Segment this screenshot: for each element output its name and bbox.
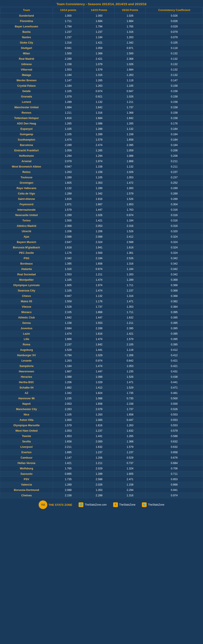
table-row: Nice1.1051.2631.6580.553: [0, 412, 203, 418]
cell-64-1: 1.263: [53, 358, 84, 364]
cell-52-2: 1.132: [84, 294, 114, 299]
twitter-link[interactable]: 🐦 TheStatsZone: [142, 502, 164, 507]
cell-61-3: 2.105: [114, 342, 145, 347]
cell-45-2: 2.184: [84, 256, 114, 261]
website-link[interactable]: 🌐 TheStatsZone.com: [79, 502, 106, 507]
table-row: Sampdoria1.1841.4741.0530.421: [0, 364, 203, 369]
team-name: Hannover 96: [0, 396, 53, 401]
cell-64-4: 0.421: [146, 358, 203, 364]
cell-74-2: 1.263: [84, 412, 114, 418]
facebook-text: TheStatsZone: [119, 503, 135, 506]
cell-18-2: 1.316: [84, 110, 114, 116]
cell-6-4: 0.118: [146, 46, 203, 51]
twitter-icon: 🐦: [142, 502, 147, 507]
cell-2-3: 1.765: [114, 24, 145, 29]
cell-67-4: 0.438: [146, 374, 203, 380]
table-row: Bordeaux1.3951.6581.3160.342: [0, 261, 203, 266]
team-name: PSV: [0, 477, 53, 482]
cell-37-4: 0.316: [146, 212, 203, 218]
team-name: Udinese: [0, 62, 53, 67]
cell-50-4: 0.368: [146, 283, 203, 288]
cell-28-1: 0.947: [53, 164, 84, 170]
team-name: Hellas Verona: [0, 460, 53, 466]
cell-36-2: 1.447: [84, 207, 114, 212]
cell-31-4: 0.252: [146, 180, 203, 186]
table-row: Bastia1.2371.2371.3160.079: [0, 29, 203, 35]
cell-25-4: 0.206: [146, 148, 203, 153]
table-row: Fiorentina1.7111.6841.6840.026: [0, 18, 203, 24]
table-row: Juventus2.6842.2892.3950.395: [0, 326, 203, 331]
cell-13-4: 0.158: [146, 83, 203, 88]
cell-24-2: 2.474: [84, 142, 114, 148]
cell-4-2: 1.184: [84, 35, 114, 40]
cell-36-1: 1.579: [53, 207, 84, 212]
cell-82-3: 0.529: [114, 455, 145, 460]
cell-80-3: 1.579: [114, 444, 145, 450]
cell-0-2: 1.000: [84, 13, 114, 18]
table-row: Borussia Dortmund2.0881.3532.2940.941: [0, 488, 203, 493]
table-row: Borussia M'gladbach1.6181.9411.6180.324: [0, 245, 203, 250]
table-row: Mainz 051.5591.1761.4710.382: [0, 299, 203, 304]
team-name: Torino: [0, 218, 53, 223]
table-row: Montpellier1.1051.4741.2890.368: [0, 277, 203, 283]
table-row: Udinese1.1581.0791.0260.132: [0, 62, 203, 67]
team-name: Hertha BSC: [0, 380, 53, 385]
cell-87-2: 2.026: [84, 482, 114, 488]
cell-4-1: 1.237: [53, 35, 84, 40]
cell-12-4: 0.147: [146, 78, 203, 83]
cell-63-2: 1.029: [84, 353, 114, 358]
table-row: Valencia1.2892.0261.1580.868: [0, 482, 203, 488]
cell-39-4: 0.316: [146, 223, 203, 229]
cell-47-3: 1.184: [114, 266, 145, 272]
cell-39-3: 2.316: [114, 223, 145, 229]
table-row: Reims1.2631.1581.0260.237: [0, 170, 203, 175]
cell-1-3: 1.684: [114, 18, 145, 24]
cell-46-1: 1.395: [53, 261, 84, 266]
cell-69-4: 0.471: [146, 385, 203, 390]
cell-36-4: 0.316: [146, 207, 203, 212]
cell-75-4: 0.553: [146, 418, 203, 423]
team-name: Juventus: [0, 326, 53, 331]
team-name: Levante: [0, 358, 53, 364]
table-row: Sevilla1.6582.0001.3680.632: [0, 439, 203, 444]
cell-40-3: 1.526: [114, 229, 145, 234]
cell-11-1: 1.184: [53, 72, 84, 78]
cell-41-4: 0.324: [146, 234, 203, 240]
cell-34-1: 1.816: [53, 196, 84, 202]
team-name: Atalanta: [0, 266, 53, 272]
cell-35-3: 1.853: [114, 202, 145, 207]
cell-2-1: 1.794: [53, 24, 84, 29]
logo-icon: TSZ: [39, 500, 47, 509]
cell-1-1: 1.711: [53, 18, 84, 24]
cell-78-4: 0.588: [146, 434, 203, 439]
cell-82-2: 1.206: [84, 455, 114, 460]
cell-62-1: 1.529: [53, 347, 84, 353]
cell-31-1: 1.605: [53, 180, 84, 186]
cell-19-2: 1.684: [84, 116, 114, 121]
cell-64-2: 0.974: [84, 358, 114, 364]
team-name: Sassuolo: [0, 471, 53, 477]
table-row: Sassuolo0.8951.2891.6050.711: [0, 471, 203, 477]
table-row: Utrecht1.2061.2061.5260.320: [0, 229, 203, 234]
cell-88-2: 1.353: [84, 488, 114, 493]
cell-52-1: 0.947: [53, 294, 84, 299]
cell-58-1: 2.684: [53, 326, 84, 331]
cell-69-1: 1.882: [53, 385, 84, 390]
cell-30-1: 1.289: [53, 175, 84, 180]
cell-18-4: 0.158: [146, 110, 203, 116]
team-name: Aston Villa: [0, 418, 53, 423]
table-row: Monaco2.1051.8681.7110.395: [0, 310, 203, 315]
cell-27-4: 0.211: [146, 159, 203, 164]
facebook-link[interactable]: f TheStatsZone: [113, 502, 135, 507]
team-name: Roma: [0, 342, 53, 347]
cell-14-2: 0.974: [84, 88, 114, 94]
cell-51-2: 1.474: [84, 288, 114, 294]
table-row: Saint-étienne1.8161.8161.5260.289: [0, 196, 203, 202]
cell-81-1: 1.895: [53, 450, 84, 455]
table-row: Genoa1.1581.5531.2110.395: [0, 320, 203, 326]
cell-70-4: 0.481: [146, 390, 203, 396]
cell-85-3: 1.605: [114, 471, 145, 477]
cell-30-2: 1.105: [84, 175, 114, 180]
cell-8-4: 0.132: [146, 56, 203, 62]
cell-72-4: 0.500: [146, 401, 203, 406]
